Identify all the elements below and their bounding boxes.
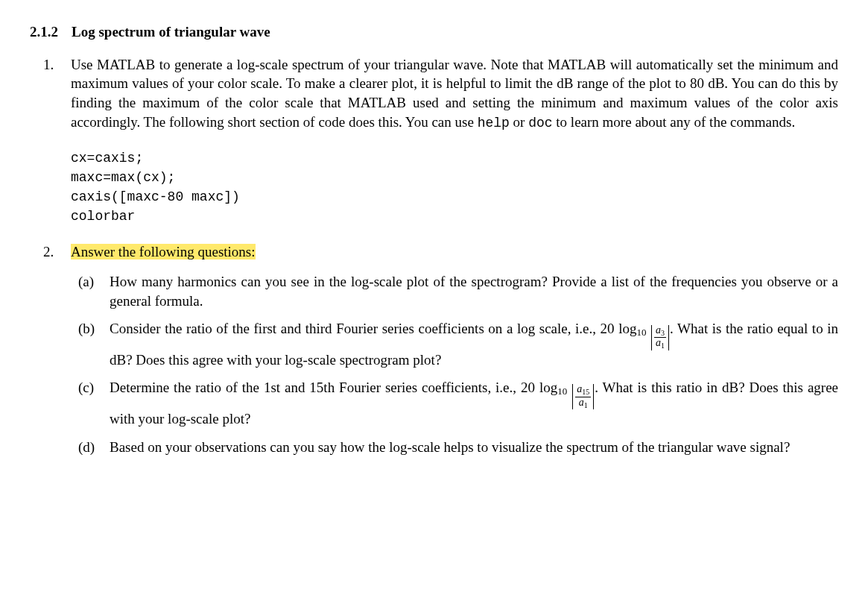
subitem-a: (a) How many harmonics can you see in th…: [71, 272, 838, 310]
var-a: a: [579, 397, 584, 408]
math-prefix: 20 log: [521, 380, 557, 395]
math-expression: 20 log10 a15a1: [521, 380, 595, 395]
subitem-marker: (a): [78, 272, 94, 292]
denominator: a1: [575, 397, 591, 410]
code-inline-help: help: [478, 116, 510, 130]
math-expression: 20 log10 a3a1: [601, 321, 670, 336]
numerator: a3: [654, 325, 666, 339]
den-sub: 1: [661, 342, 665, 350]
highlighted-text: Answer the following questions:: [71, 244, 256, 259]
absolute-value: a15a1: [572, 384, 594, 409]
list-item-1: 1. Use MATLAB to generate a log-scale sp…: [30, 55, 838, 227]
code-block: cx=caxis; maxc=max(cx); caxis([maxc-80 m…: [71, 148, 838, 226]
fraction: a15a1: [575, 384, 591, 409]
numerator: a15: [575, 384, 591, 397]
subitem-c: (c) Determine the ratio of the 1st and 1…: [71, 378, 838, 428]
text-part: to learn more about any of the commands.: [553, 114, 796, 130]
subitem-pre-text: Determine the ratio of the 1st and 15th …: [110, 380, 521, 395]
math-prefix: 20 log: [601, 321, 637, 336]
fraction: a3a1: [654, 325, 666, 350]
subitem-b: (b) Consider the ratio of the first and …: [71, 319, 838, 369]
item-marker: 2.: [43, 242, 54, 262]
list-item-2: 2. Answer the following questions: (a) H…: [30, 242, 838, 456]
item-paragraph: Use MATLAB to generate a log-scale spect…: [71, 55, 838, 132]
text-part: or: [510, 114, 528, 130]
section-heading: 2.1.2Log spectrum of triangular wave: [30, 22, 838, 42]
subitem-marker: (d): [78, 438, 95, 457]
math-subscript: 10: [636, 327, 646, 338]
subitem-text: Based on your observations can you say h…: [110, 439, 790, 455]
math-subscript: 10: [557, 386, 567, 397]
den-sub: 1: [584, 401, 588, 409]
ordered-list: 1. Use MATLAB to generate a log-scale sp…: [30, 55, 838, 457]
subitem-pre-text: Consider the ratio of the first and thir…: [110, 321, 601, 336]
section-number: 2.1.2: [30, 24, 58, 40]
subitem-marker: (b): [78, 319, 95, 339]
denominator: a1: [654, 338, 666, 350]
sub-ordered-list: (a) How many harmonics can you see in th…: [71, 272, 838, 456]
var-a: a: [656, 337, 661, 348]
num-sub: 15: [582, 388, 589, 396]
subitem-marker: (c): [78, 378, 94, 397]
item-marker: 1.: [43, 55, 54, 75]
section-title: Log spectrum of triangular wave: [72, 24, 270, 40]
num-sub: 3: [661, 329, 665, 337]
absolute-value: a3a1: [651, 325, 669, 350]
var-a: a: [656, 324, 661, 336]
subitem-d: (d) Based on your observations can you s…: [71, 438, 838, 457]
code-inline-doc: doc: [528, 116, 552, 130]
subitem-text: How many harmonics can you see in the lo…: [110, 274, 838, 309]
